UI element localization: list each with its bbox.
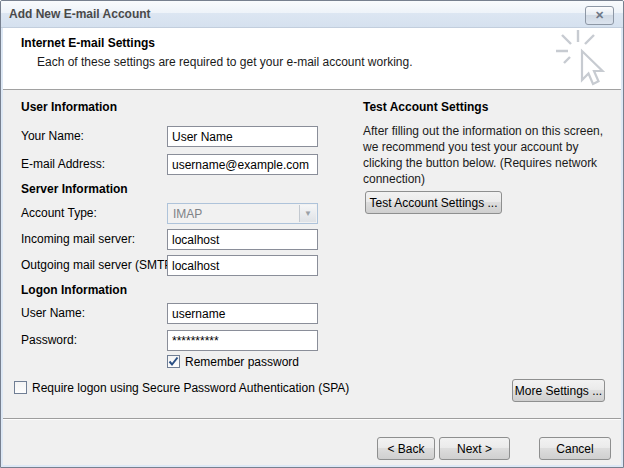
section-server-information: Server Information: [21, 182, 128, 196]
page-title: Internet E-mail Settings: [21, 36, 155, 50]
page-subtitle: Each of these settings are required to g…: [37, 55, 413, 69]
window-title: Add New E-mail Account: [9, 7, 151, 21]
logon-user-name-label: User Name:: [21, 306, 85, 320]
dialog-client-area: Internet E-mail Settings Each of these s…: [3, 28, 621, 465]
account-type-label: Account Type:: [21, 206, 97, 220]
section-test-account-settings: Test Account Settings: [363, 100, 488, 114]
password-input[interactable]: [167, 330, 318, 351]
spa-label[interactable]: Require logon using Secure Password Auth…: [32, 381, 349, 395]
section-user-information: User Information: [21, 100, 117, 114]
wizard-header: Internet E-mail Settings Each of these s…: [3, 28, 621, 90]
incoming-server-label: Incoming mail server:: [21, 232, 135, 246]
more-settings-button[interactable]: More Settings ...: [512, 379, 605, 402]
incoming-server-input[interactable]: [167, 229, 318, 250]
test-account-description: After filling out the information on thi…: [363, 123, 619, 187]
account-type-dropdown: IMAP ▼: [167, 203, 318, 224]
password-label: Password:: [21, 333, 77, 347]
spa-checkbox[interactable]: [14, 381, 27, 394]
your-name-input[interactable]: [167, 126, 318, 147]
footer-divider: [3, 418, 621, 420]
test-account-settings-button[interactable]: Test Account Settings ...: [365, 191, 502, 214]
your-name-label: Your Name:: [21, 129, 84, 143]
back-button[interactable]: < Back: [377, 437, 435, 460]
section-logon-information: Logon Information: [21, 283, 127, 297]
email-address-label: E-mail Address:: [21, 157, 105, 171]
chevron-down-icon: ▼: [299, 205, 316, 222]
check-icon: [168, 356, 179, 367]
titlebar[interactable]: Add New E-mail Account ✕: [1, 1, 623, 28]
add-email-account-dialog: Add New E-mail Account ✕ Internet E-mail…: [0, 0, 624, 468]
close-icon: ✕: [595, 9, 604, 22]
close-button[interactable]: ✕: [585, 6, 614, 25]
account-type-value: IMAP: [173, 207, 202, 221]
cursor-click-watermark-icon: [553, 28, 615, 92]
logon-user-name-input[interactable]: [167, 303, 318, 324]
email-address-input[interactable]: [167, 154, 318, 175]
outgoing-server-label: Outgoing mail server (SMTP):: [21, 258, 180, 272]
remember-password-label[interactable]: Remember password: [185, 355, 299, 369]
next-button[interactable]: Next >: [439, 437, 510, 460]
remember-password-checkbox[interactable]: [167, 355, 180, 368]
cancel-button[interactable]: Cancel: [539, 437, 611, 460]
outgoing-server-input[interactable]: [167, 255, 318, 276]
